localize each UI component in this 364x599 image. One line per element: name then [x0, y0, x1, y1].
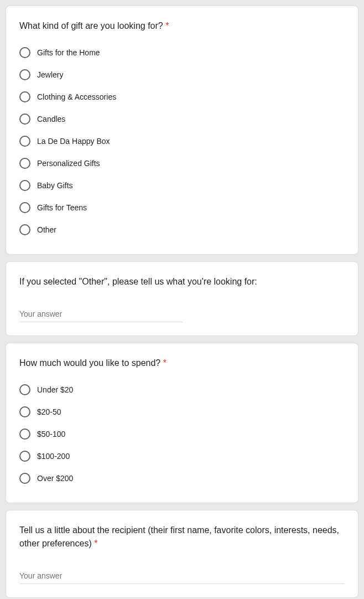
radio-group: Under $20 $20-50 $50-100 $100-200 Over $… [19, 379, 345, 489]
radio-option[interactable]: $100-200 [19, 445, 345, 467]
radio-icon [19, 406, 30, 417]
radio-label: Clothing & Accessories [37, 91, 116, 102]
required-marker: * [165, 21, 169, 30]
radio-option[interactable]: La De Da Happy Box [19, 130, 345, 152]
radio-label: Candles [37, 113, 65, 125]
radio-label: La De Da Happy Box [37, 136, 110, 147]
radio-label: Jewlery [37, 69, 63, 80]
radio-icon [19, 47, 30, 58]
radio-option[interactable]: Other [19, 219, 345, 241]
answer-input[interactable] [19, 307, 183, 322]
radio-label: $20-50 [37, 406, 61, 417]
radio-option[interactable]: Under $20 [19, 379, 345, 401]
required-marker: * [163, 358, 167, 368]
radio-option[interactable]: Candles [19, 108, 345, 130]
required-marker: * [94, 539, 97, 548]
radio-icon [19, 451, 30, 462]
radio-option[interactable]: Over $200 [19, 467, 345, 489]
radio-icon [19, 158, 30, 169]
radio-group: Gifts for the Home Jewlery Clothing & Ac… [19, 42, 345, 241]
radio-option[interactable]: Jewlery [19, 64, 345, 86]
question-text: How much would you like to spend? [19, 358, 160, 368]
answer-input[interactable] [19, 569, 345, 584]
radio-label: Baby Gifts [37, 180, 73, 191]
question-card-recipient: Tell us a little about the recipient (th… [6, 510, 358, 598]
radio-icon [19, 113, 30, 125]
radio-icon [19, 136, 30, 147]
radio-option[interactable]: Baby Gifts [19, 174, 345, 197]
radio-option[interactable]: Clothing & Accessories [19, 86, 345, 108]
question-text: What kind of gift are you looking for? [19, 21, 163, 30]
radio-option[interactable]: Gifts for the Home [19, 42, 345, 64]
radio-label: Under $20 [37, 384, 73, 395]
radio-option[interactable]: $20-50 [19, 401, 345, 423]
question-text: Tell us a little about the recipient (th… [19, 525, 339, 548]
question-card-gift-kind: What kind of gift are you looking for? *… [6, 6, 358, 255]
radio-icon [19, 180, 30, 191]
question-card-spend: How much would you like to spend? * Unde… [6, 343, 358, 503]
question-text: If you selected "Other", please tell us … [19, 277, 257, 286]
radio-option[interactable]: Gifts for Teens [19, 197, 345, 219]
radio-icon [19, 69, 30, 80]
radio-label: $100-200 [37, 451, 70, 462]
radio-label: Gifts for Teens [37, 202, 87, 213]
radio-icon [19, 91, 30, 102]
radio-label: Personalized Gifts [37, 158, 100, 169]
radio-icon [19, 428, 30, 440]
radio-option[interactable]: Personalized Gifts [19, 152, 345, 174]
radio-label: $50-100 [37, 428, 65, 440]
question-title: If you selected "Other", please tell us … [19, 275, 345, 288]
radio-option[interactable]: $50-100 [19, 423, 345, 445]
question-title: How much would you like to spend? * [19, 357, 345, 370]
radio-label: Other [37, 224, 56, 235]
radio-label: Over $200 [37, 473, 73, 484]
question-title: Tell us a little about the recipient (th… [19, 524, 345, 550]
radio-label: Gifts for the Home [37, 47, 100, 58]
question-card-other-detail: If you selected "Other", please tell us … [6, 261, 358, 336]
radio-icon [19, 224, 30, 235]
radio-icon [19, 384, 30, 395]
question-title: What kind of gift are you looking for? * [19, 19, 345, 33]
radio-icon [19, 473, 30, 484]
radio-icon [19, 202, 30, 213]
